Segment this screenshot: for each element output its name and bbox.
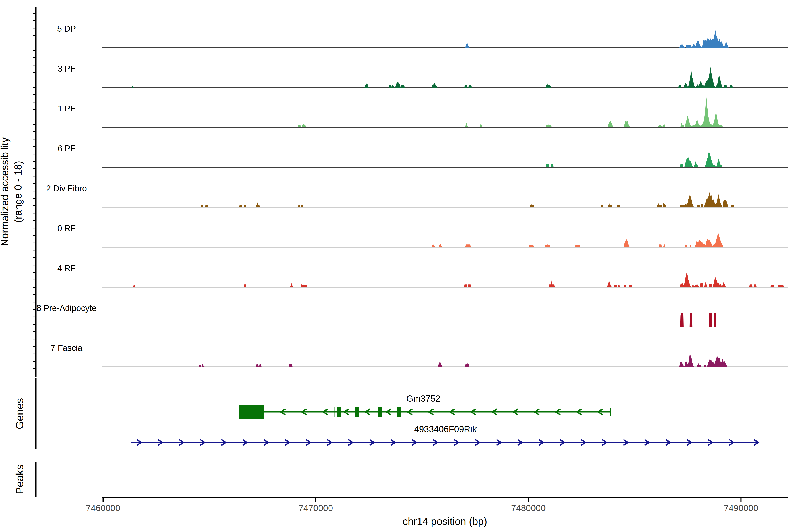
coverage-signal-4 [201, 192, 734, 207]
coverage-signal-6 [133, 271, 784, 287]
gene-exon-0-4 [397, 407, 401, 417]
track-label-8: 7 Fascia [51, 343, 82, 353]
coverage-plot-canvas: 5 DP3 PF1 PF6 PF2 Div Fibro0 RF4 RF8 Pre… [0, 0, 798, 532]
coverage-signal-7 [680, 313, 717, 327]
track-label-1: 3 PF [58, 64, 75, 73]
y-axis-title-line2: (range 0 - 18) [12, 137, 25, 246]
track-label-3: 6 PF [58, 144, 75, 153]
x-axis-tick-label-3: 7490000 [724, 503, 758, 513]
gene-thin-exon-0 [334, 407, 335, 417]
gene-exon-0-0 [240, 405, 264, 418]
coverage-signal-0 [465, 31, 729, 48]
genes-section-label: Genes [14, 398, 26, 429]
gene-name-label-1: 4933406F09Rik [414, 424, 477, 434]
x-axis-tick-label-2: 7480000 [511, 503, 546, 513]
track-label-5: 0 RF [57, 224, 76, 233]
track-label-6: 4 RF [57, 264, 76, 273]
gene-name-label-0: Gm3752 [406, 394, 440, 403]
track-label-4: 2 Div Fibro [46, 184, 87, 193]
peaks-section-label: Peaks [14, 464, 26, 494]
y-axis-title: Normalized accessibility (range 0 - 18) [0, 137, 25, 246]
track-label-0: 5 DP [57, 24, 76, 34]
track-label-2: 1 PF [58, 104, 75, 113]
x-axis-title: chr14 position (bp) [403, 515, 487, 527]
x-axis-tick-label-0: 7460000 [86, 503, 120, 513]
coverage-signal-1 [132, 66, 733, 88]
genome-browser-figure: 5 DP3 PF1 PF6 PF2 Div Fibro0 RF4 RF8 Pre… [0, 0, 798, 532]
coverage-signal-5 [431, 233, 723, 247]
x-axis-tick-label-1: 7470000 [298, 503, 333, 513]
coverage-signal-2 [298, 96, 723, 128]
gene-exon-0-2 [355, 407, 359, 417]
y-axis-title-line1: Normalized accessibility [0, 137, 12, 246]
gene-exon-0-1 [337, 407, 341, 417]
coverage-signal-8 [199, 354, 727, 367]
track-label-7: 8 Pre-Adipocyte [37, 303, 96, 313]
coverage-signal-3 [546, 151, 722, 167]
gene-exon-0-3 [378, 407, 382, 417]
